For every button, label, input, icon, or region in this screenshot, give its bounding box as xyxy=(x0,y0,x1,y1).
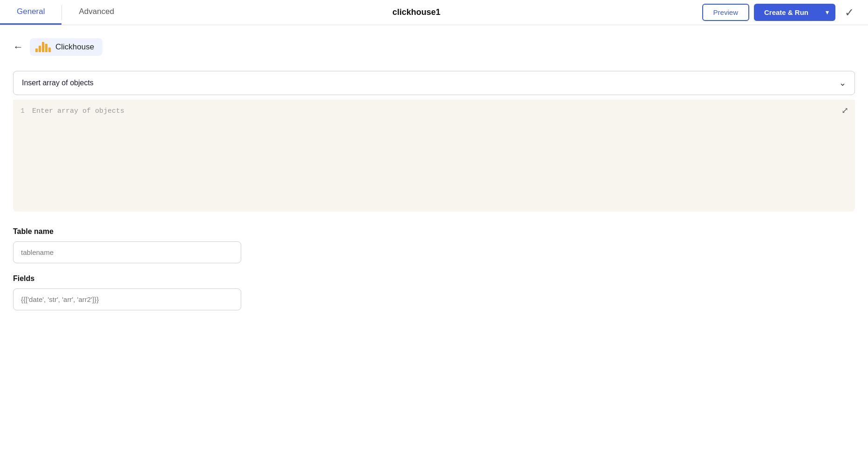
code-editor[interactable]: 1 Enter array of objects ⤢ xyxy=(13,100,855,212)
source-icon-bar xyxy=(45,44,47,52)
create-run-label: Create & Run xyxy=(754,4,819,21)
fields-label: Fields xyxy=(13,274,855,283)
source-badge: Clickhouse xyxy=(30,38,102,56)
source-icon-bar xyxy=(42,42,44,52)
source-name: Clickhouse xyxy=(55,42,94,52)
header-actions: Preview Create & Run ▾ ✓ xyxy=(702,4,868,21)
page-title: clickhouse1 xyxy=(131,7,702,17)
operation-dropdown[interactable]: Insert array of objects ⌄ xyxy=(13,71,855,95)
clickhouse-icon xyxy=(35,42,51,52)
tab-general[interactable]: General xyxy=(0,0,61,25)
line-number-1: 1 xyxy=(20,107,25,115)
table-name-label: Table name xyxy=(13,227,855,236)
tab-advanced[interactable]: Advanced xyxy=(62,0,131,25)
source-icon-bar xyxy=(35,48,38,52)
back-arrow-icon: ← xyxy=(13,41,23,53)
source-icon-bar xyxy=(48,48,51,52)
line-numbers: 1 xyxy=(13,107,32,204)
operation-selected: Insert array of objects xyxy=(22,79,94,87)
code-placeholder: Enter array of objects xyxy=(32,107,848,204)
header: General Advanced clickhouse1 Preview Cre… xyxy=(0,0,868,25)
preview-button[interactable]: Preview xyxy=(702,4,749,21)
fields-input[interactable] xyxy=(13,288,241,310)
close-button[interactable]: ✓ xyxy=(840,6,859,19)
table-name-input[interactable] xyxy=(13,241,241,263)
chevron-down-icon[interactable]: ▾ xyxy=(819,4,835,21)
expand-icon[interactable]: ⤢ xyxy=(841,105,848,116)
source-icon-bar xyxy=(39,46,41,52)
create-run-button[interactable]: Create & Run ▾ xyxy=(754,4,835,21)
back-button[interactable]: ← xyxy=(13,41,23,53)
checkmark-icon: ✓ xyxy=(845,6,854,19)
chevron-down-icon: ⌄ xyxy=(839,78,846,88)
breadcrumb-row: ← Clickhouse xyxy=(13,38,855,56)
main-content: ← Clickhouse Insert array of objects ⌄ 1… xyxy=(0,25,868,323)
